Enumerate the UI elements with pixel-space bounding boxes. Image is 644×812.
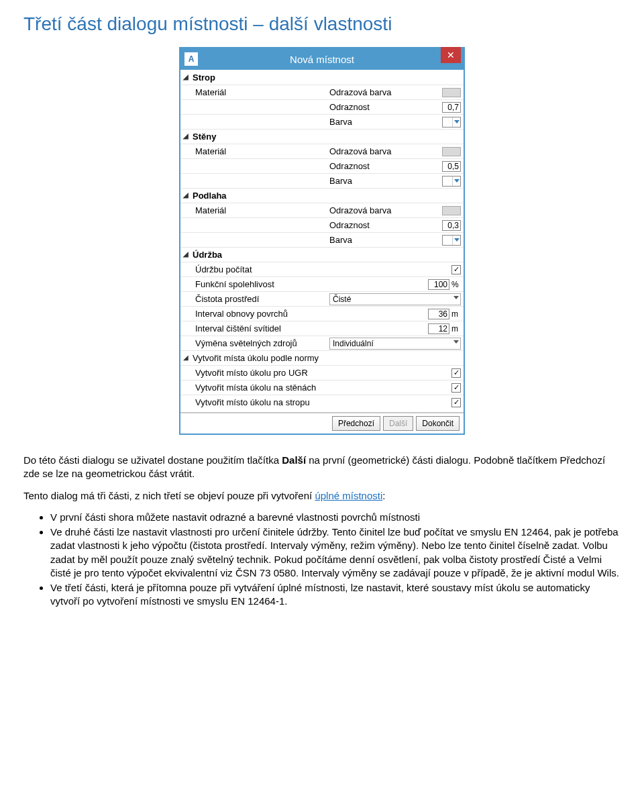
reflectance-input[interactable] <box>442 161 461 172</box>
reflectance-input[interactable] <box>442 220 461 231</box>
group-label: Podlaha <box>193 191 227 201</box>
row-strop-odraznost: Odraznost <box>180 99 464 114</box>
dropdown-value: Čisté <box>333 295 351 304</box>
close-icon: ✕ <box>447 50 455 60</box>
label: Barva <box>329 235 410 245</box>
label: Materiál <box>195 87 329 97</box>
cleanliness-dropdown[interactable]: Čisté <box>329 293 461 305</box>
label: Odrazová barva <box>329 146 410 156</box>
row-podlaha-odraznost: Odraznost <box>180 217 464 232</box>
previous-button[interactable]: Předchozí <box>332 416 380 431</box>
group-strop[interactable]: ◢ Strop <box>180 70 464 85</box>
label: Vytvořit místa úkolu na stěnách <box>195 383 328 393</box>
color-swatch[interactable] <box>442 88 461 97</box>
text: : <box>382 490 385 501</box>
label: Odraznost <box>329 220 410 230</box>
replacement-dropdown[interactable]: Individuální <box>329 338 461 350</box>
next-button[interactable]: Další <box>383 416 413 431</box>
paragraph-1: Do této části dialogu se uživatel dostan… <box>23 454 621 481</box>
row-spolehlivost: Funkční spolehlivost % <box>180 276 464 291</box>
checkbox[interactable]: ✓ <box>451 398 461 407</box>
checkbox[interactable]: ✓ <box>451 383 461 393</box>
color-dropdown[interactable] <box>442 235 461 246</box>
unit-label: % <box>451 280 461 289</box>
label: Interval čištění svítidel <box>195 323 328 334</box>
luminaire-interval-input[interactable] <box>428 323 449 334</box>
checkbox[interactable]: ✓ <box>451 368 461 378</box>
unit-label: m <box>451 309 461 319</box>
surface-interval-input[interactable] <box>428 309 449 319</box>
chevron-down-icon <box>453 296 459 299</box>
bullet-list: V první části shora můžete nastavit odra… <box>23 511 621 609</box>
row-vymena: Výměna světelných zdrojů Individuální <box>180 336 464 350</box>
label: Odraznost <box>329 102 410 112</box>
chevron-down-icon <box>453 340 459 344</box>
group-podlaha[interactable]: ◢ Podlaha <box>180 188 464 203</box>
row-podlaha-barva: Barva <box>180 232 464 247</box>
row-udrzbu-pocitat: Údržbu počítat ✓ <box>180 262 464 276</box>
property-grid: ◢ Strop Materiál Odrazová barva Odraznos… <box>180 70 464 412</box>
label: Barva <box>329 117 410 127</box>
close-button[interactable]: ✕ <box>441 47 461 63</box>
label: Odrazová barva <box>329 205 410 215</box>
dialog-footer: Předchozí Další Dokončit <box>180 412 464 434</box>
group-label: Strop <box>193 72 215 83</box>
group-label: Stěny <box>193 132 216 142</box>
label: Údržbu počítat <box>195 264 328 274</box>
row-steny-barva: Barva <box>180 173 464 188</box>
chevron-down-icon <box>452 236 460 245</box>
expander-icon: ◢ <box>183 73 190 81</box>
color-dropdown[interactable] <box>442 176 461 187</box>
row-strop-barva: Barva <box>180 114 464 129</box>
finish-button[interactable]: Dokončit <box>416 416 460 431</box>
group-label: Údržba <box>193 250 222 260</box>
app-icon: A <box>184 52 198 66</box>
expander-icon: ◢ <box>183 354 190 361</box>
row-norma-steny: Vytvořit místa úkolu na stěnách ✓ <box>180 380 464 395</box>
reliability-input[interactable] <box>428 279 449 290</box>
label: Materiál <box>195 205 329 215</box>
expander-icon: ◢ <box>183 191 190 199</box>
dialog-container: A Nová místnost ✕ ◢ Strop Materiál Odraz… <box>23 47 621 435</box>
expander-icon: ◢ <box>183 132 190 140</box>
label: Odraznost <box>329 161 410 171</box>
text: Do této části dialogu se uživatel dostan… <box>23 454 282 466</box>
label: Výměna světelných zdrojů <box>195 338 329 348</box>
group-steny[interactable]: ◢ Stěny <box>180 129 464 144</box>
label: Barva <box>329 176 410 186</box>
group-udrzba[interactable]: ◢ Údržba <box>180 247 464 262</box>
row-steny-odraznost: Odraznost <box>180 158 464 173</box>
section-heading: Třetí část dialogu místnosti – další vla… <box>23 13 621 35</box>
expander-icon: ◢ <box>183 250 190 258</box>
row-norma-strop: Vytvořit místo úkolu na stropu ✓ <box>180 395 464 409</box>
new-room-dialog: A Nová místnost ✕ ◢ Strop Materiál Odraz… <box>179 47 465 435</box>
row-steny-material: Materiál Odrazová barva <box>180 144 464 158</box>
dropdown-value: Individuální <box>333 339 374 348</box>
bullet-item: Ve druhé části lze nastavit vlastnosti p… <box>50 525 621 580</box>
label: Funkční spolehlivost <box>195 279 328 289</box>
unit-label: m <box>451 324 461 334</box>
label: Materiál <box>195 146 329 156</box>
full-room-link[interactable]: úplné místnosti <box>315 490 382 501</box>
row-podlaha-material: Materiál Odrazová barva <box>180 203 464 217</box>
color-swatch[interactable] <box>442 147 461 156</box>
dialog-title: Nová místnost <box>198 54 464 65</box>
group-norma[interactable]: ◢ Vytvořit místa úkolu podle normy <box>180 350 464 365</box>
label: Čistota prostředí <box>195 294 329 304</box>
label: Vytvořit místo úkolu na stropu <box>195 397 328 407</box>
color-swatch[interactable] <box>442 206 461 215</box>
titlebar: A Nová místnost ✕ <box>180 48 464 70</box>
chevron-down-icon <box>452 117 460 127</box>
reflectance-input[interactable] <box>442 102 461 113</box>
text-bold: Další <box>282 454 306 466</box>
color-dropdown[interactable] <box>442 117 461 128</box>
text: Tento dialog má tři části, z nich třetí … <box>23 490 315 501</box>
checkbox[interactable]: ✓ <box>451 265 461 274</box>
row-interval-povrchu: Interval obnovy povrchů m <box>180 306 464 321</box>
bullet-item: Ve třetí části, která je přítomna pouze … <box>50 581 621 609</box>
row-strop-material: Materiál Odrazová barva <box>180 85 464 99</box>
row-interval-svitidel: Interval čištění svítidel m <box>180 321 464 336</box>
label: Odrazová barva <box>329 87 410 97</box>
label: Interval obnovy povrchů <box>195 309 328 319</box>
row-norma-ugr: Vytvořit místo úkolu pro UGR ✓ <box>180 365 464 380</box>
